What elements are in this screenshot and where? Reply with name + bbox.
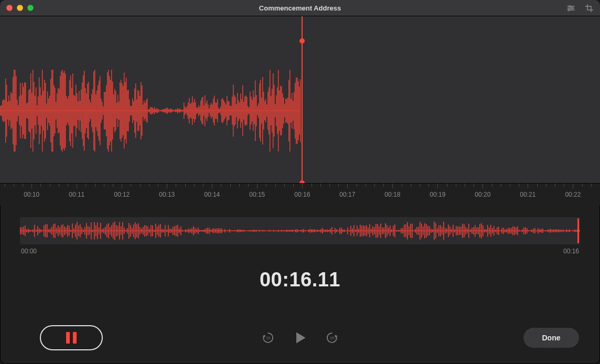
- svg-rect-381: [155, 224, 156, 238]
- svg-rect-433: [237, 229, 238, 232]
- waveform-overview[interactable]: [20, 217, 580, 244]
- svg-rect-42: [37, 105, 37, 116]
- svg-rect-119: [117, 94, 118, 127]
- svg-rect-450: [264, 230, 265, 232]
- svg-rect-203: [206, 103, 206, 119]
- svg-rect-80: [77, 93, 77, 128]
- minimize-window-button[interactable]: [17, 5, 23, 11]
- svg-rect-620: [531, 230, 532, 232]
- svg-rect-102: [100, 76, 100, 145]
- svg-rect-458: [276, 230, 277, 231]
- skip-back-15-icon[interactable]: 15: [261, 331, 275, 345]
- skip-forward-15-icon[interactable]: 15: [325, 331, 339, 345]
- svg-rect-191: [193, 102, 194, 119]
- svg-rect-228: [232, 97, 232, 124]
- svg-rect-493: [331, 227, 333, 234]
- svg-rect-505: [350, 226, 351, 235]
- ruler-label: 00:10: [24, 191, 39, 198]
- svg-rect-494: [333, 230, 334, 231]
- svg-rect-421: [218, 228, 219, 233]
- svg-rect-303: [33, 229, 34, 232]
- svg-rect-194: [196, 108, 197, 114]
- svg-rect-183: [185, 106, 185, 115]
- waveform-editor[interactable]: [0, 16, 600, 184]
- svg-rect-120: [119, 102, 119, 120]
- svg-rect-518: [371, 229, 372, 233]
- playhead[interactable]: [302, 16, 303, 183]
- close-window-button[interactable]: [6, 5, 13, 11]
- svg-rect-298: [25, 226, 26, 236]
- svg-rect-26: [20, 83, 20, 138]
- svg-rect-344: [97, 222, 98, 239]
- svg-rect-376: [147, 226, 148, 235]
- svg-rect-95: [92, 89, 93, 132]
- play-icon[interactable]: [293, 330, 307, 345]
- ruler-label: 00:20: [475, 191, 490, 198]
- svg-rect-256: [261, 98, 262, 124]
- svg-rect-427: [228, 230, 229, 231]
- waveform-overview-graphic: [20, 217, 580, 244]
- svg-rect-18: [12, 94, 12, 128]
- svg-rect-248: [253, 90, 253, 131]
- svg-rect-432: [235, 230, 237, 231]
- svg-rect-43: [38, 97, 38, 125]
- svg-rect-368: [135, 222, 136, 239]
- svg-rect-319: [58, 226, 59, 237]
- svg-rect-337: [86, 223, 87, 239]
- svg-marker-652: [296, 333, 306, 344]
- svg-rect-272: [278, 70, 278, 151]
- svg-rect-509: [357, 226, 358, 236]
- svg-rect-397: [180, 227, 181, 235]
- svg-rect-265: [271, 96, 271, 125]
- fullscreen-window-button[interactable]: [27, 5, 34, 11]
- overview-playhead[interactable]: [577, 218, 579, 243]
- svg-rect-626: [541, 229, 542, 233]
- svg-rect-480: [311, 229, 312, 232]
- svg-rect-423: [221, 229, 222, 233]
- svg-rect-346: [100, 223, 101, 239]
- svg-rect-206: [209, 109, 209, 113]
- svg-rect-385: [162, 229, 163, 232]
- svg-rect-339: [89, 227, 90, 234]
- svg-rect-530: [390, 226, 391, 236]
- voice-memos-edit-window: Commencement Address 00:1000:1: [0, 0, 600, 364]
- svg-rect-377: [149, 229, 150, 232]
- crop-icon[interactable]: [585, 4, 594, 13]
- svg-rect-111: [109, 76, 110, 145]
- pause-record-button[interactable]: [40, 325, 103, 350]
- ruler-label: 00:11: [69, 191, 84, 198]
- sliders-icon[interactable]: [566, 4, 575, 13]
- svg-rect-550: [421, 224, 422, 238]
- svg-rect-271: [277, 88, 277, 134]
- svg-rect-221: [224, 102, 225, 119]
- svg-rect-247: [252, 100, 252, 122]
- svg-rect-33: [27, 103, 28, 119]
- svg-rect-115: [113, 94, 114, 127]
- time-ruler[interactable]: 00:1000:1100:1200:1300:1400:1500:1600:17…: [0, 184, 600, 206]
- svg-rect-67: [63, 73, 63, 148]
- titlebar[interactable]: Commencement Address: [0, 0, 600, 16]
- svg-rect-490: [327, 229, 328, 232]
- svg-rect-462: [283, 230, 284, 231]
- svg-rect-499: [341, 228, 342, 234]
- done-button[interactable]: Done: [523, 328, 579, 348]
- svg-rect-627: [542, 229, 543, 233]
- svg-rect-39: [34, 82, 34, 140]
- svg-rect-249: [254, 97, 254, 124]
- svg-rect-304: [34, 224, 35, 237]
- svg-rect-644: [569, 229, 570, 232]
- svg-rect-226: [230, 106, 230, 115]
- svg-rect-461: [281, 230, 282, 232]
- svg-rect-526: [383, 228, 384, 234]
- svg-rect-136: [135, 83, 136, 138]
- svg-rect-9: [2, 101, 3, 121]
- svg-rect-630: [547, 230, 548, 231]
- svg-rect-264: [270, 70, 270, 152]
- svg-rect-55: [50, 79, 51, 142]
- svg-rect-570: [453, 225, 454, 237]
- svg-rect-147: [147, 99, 147, 123]
- svg-rect-281: [287, 98, 288, 124]
- svg-rect-74: [70, 76, 71, 146]
- ruler-label: 00:13: [159, 191, 175, 198]
- svg-rect-222: [226, 104, 226, 116]
